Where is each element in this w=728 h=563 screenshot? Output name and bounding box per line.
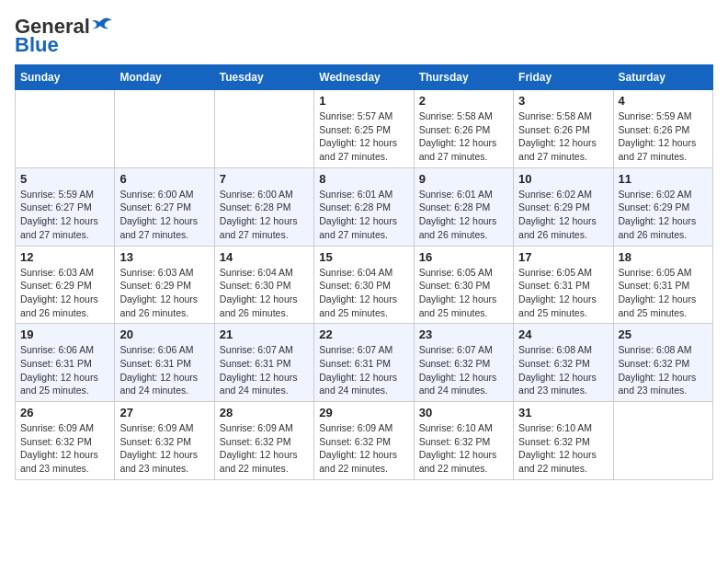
day-info: Sunrise: 5:59 AM Sunset: 6:27 PM Dayligh… [20, 188, 109, 242]
calendar-cell: 26Sunrise: 6:09 AM Sunset: 6:32 PM Dayli… [16, 402, 115, 480]
day-number: 10 [518, 172, 608, 186]
day-number: 5 [20, 172, 109, 186]
calendar-cell: 21Sunrise: 6:07 AM Sunset: 6:31 PM Dayli… [214, 324, 313, 402]
day-number: 12 [20, 250, 109, 264]
page-header: General Blue [15, 15, 713, 57]
calendar-cell: 16Sunrise: 6:05 AM Sunset: 6:30 PM Dayli… [414, 246, 513, 324]
day-number: 29 [319, 406, 408, 419]
day-number: 17 [518, 250, 608, 264]
week-row-4: 19Sunrise: 6:06 AM Sunset: 6:31 PM Dayli… [16, 324, 713, 402]
day-info: Sunrise: 5:57 AM Sunset: 6:25 PM Dayligh… [319, 109, 408, 164]
day-number: 18 [619, 250, 708, 264]
calendar-cell: 19Sunrise: 6:06 AM Sunset: 6:31 PM Dayli… [16, 324, 115, 402]
calendar-body: 1Sunrise: 5:57 AM Sunset: 6:25 PM Daylig… [16, 90, 713, 480]
day-info: Sunrise: 6:02 AM Sunset: 6:29 PM Dayligh… [619, 188, 708, 242]
calendar-cell: 27Sunrise: 6:09 AM Sunset: 6:32 PM Dayli… [115, 402, 214, 480]
day-info: Sunrise: 6:07 AM Sunset: 6:32 PM Dayligh… [419, 343, 508, 397]
day-number: 15 [319, 250, 408, 264]
day-info: Sunrise: 6:09 AM Sunset: 6:32 PM Dayligh… [220, 421, 309, 476]
day-info: Sunrise: 6:02 AM Sunset: 6:29 PM Dayligh… [518, 188, 608, 242]
day-number: 4 [619, 94, 708, 108]
day-info: Sunrise: 6:03 AM Sunset: 6:29 PM Dayligh… [20, 266, 109, 320]
day-info: Sunrise: 6:07 AM Sunset: 6:31 PM Dayligh… [220, 343, 309, 397]
calendar-cell: 30Sunrise: 6:10 AM Sunset: 6:32 PM Dayli… [414, 402, 513, 480]
day-info: Sunrise: 6:05 AM Sunset: 6:31 PM Dayligh… [518, 266, 608, 320]
day-info: Sunrise: 6:05 AM Sunset: 6:30 PM Dayligh… [419, 266, 508, 320]
day-number: 23 [419, 327, 508, 341]
calendar-cell [16, 90, 115, 168]
day-number: 11 [619, 172, 708, 186]
weekday-header-friday: Friday [514, 65, 613, 90]
weekday-header-tuesday: Tuesday [214, 65, 313, 90]
day-info: Sunrise: 6:08 AM Sunset: 6:32 PM Dayligh… [518, 343, 608, 397]
calendar-cell: 23Sunrise: 6:07 AM Sunset: 6:32 PM Dayli… [414, 324, 513, 402]
day-number: 28 [220, 406, 309, 419]
calendar-cell: 10Sunrise: 6:02 AM Sunset: 6:29 PM Dayli… [514, 167, 613, 246]
weekday-header-thursday: Thursday [414, 65, 513, 90]
calendar-cell: 11Sunrise: 6:02 AM Sunset: 6:29 PM Dayli… [613, 167, 712, 246]
day-info: Sunrise: 6:04 AM Sunset: 6:30 PM Dayligh… [319, 266, 408, 320]
day-number: 14 [220, 250, 309, 264]
week-row-1: 1Sunrise: 5:57 AM Sunset: 6:25 PM Daylig… [16, 90, 713, 168]
day-info: Sunrise: 6:00 AM Sunset: 6:28 PM Dayligh… [220, 188, 309, 242]
logo-bird-icon [92, 17, 112, 33]
day-number: 25 [619, 327, 708, 341]
calendar-cell: 20Sunrise: 6:06 AM Sunset: 6:31 PM Dayli… [115, 324, 214, 402]
calendar-cell: 28Sunrise: 6:09 AM Sunset: 6:32 PM Dayli… [214, 402, 313, 480]
weekday-header-monday: Monday [115, 65, 214, 90]
calendar-cell: 5Sunrise: 5:59 AM Sunset: 6:27 PM Daylig… [16, 167, 115, 246]
calendar-cell: 14Sunrise: 6:04 AM Sunset: 6:30 PM Dayli… [214, 246, 313, 324]
day-info: Sunrise: 6:06 AM Sunset: 6:31 PM Dayligh… [20, 343, 109, 397]
weekday-header-row: SundayMondayTuesdayWednesdayThursdayFrid… [16, 65, 713, 90]
day-info: Sunrise: 6:01 AM Sunset: 6:28 PM Dayligh… [419, 188, 508, 242]
calendar-cell: 17Sunrise: 6:05 AM Sunset: 6:31 PM Dayli… [514, 246, 613, 324]
day-info: Sunrise: 6:10 AM Sunset: 6:32 PM Dayligh… [419, 421, 508, 476]
day-info: Sunrise: 6:06 AM Sunset: 6:31 PM Dayligh… [119, 343, 209, 397]
calendar-cell: 8Sunrise: 6:01 AM Sunset: 6:28 PM Daylig… [314, 167, 414, 246]
calendar-cell: 24Sunrise: 6:08 AM Sunset: 6:32 PM Dayli… [514, 324, 613, 402]
calendar-cell: 22Sunrise: 6:07 AM Sunset: 6:31 PM Dayli… [314, 324, 414, 402]
weekday-header-sunday: Sunday [16, 65, 115, 90]
week-row-5: 26Sunrise: 6:09 AM Sunset: 6:32 PM Dayli… [16, 402, 713, 480]
day-info: Sunrise: 5:59 AM Sunset: 6:26 PM Dayligh… [619, 109, 708, 164]
day-number: 21 [220, 327, 309, 341]
week-row-2: 5Sunrise: 5:59 AM Sunset: 6:27 PM Daylig… [16, 167, 713, 246]
weekday-header-saturday: Saturday [613, 65, 712, 90]
calendar-cell [613, 402, 712, 480]
calendar-cell: 29Sunrise: 6:09 AM Sunset: 6:32 PM Dayli… [314, 402, 414, 480]
calendar-cell: 12Sunrise: 6:03 AM Sunset: 6:29 PM Dayli… [16, 246, 115, 324]
calendar-cell: 4Sunrise: 5:59 AM Sunset: 6:26 PM Daylig… [613, 90, 712, 168]
calendar-cell: 7Sunrise: 6:00 AM Sunset: 6:28 PM Daylig… [214, 167, 313, 246]
day-number: 30 [419, 406, 508, 419]
day-info: Sunrise: 6:10 AM Sunset: 6:32 PM Dayligh… [518, 421, 608, 476]
day-info: Sunrise: 6:08 AM Sunset: 6:32 PM Dayligh… [619, 343, 708, 397]
day-number: 6 [119, 172, 209, 186]
day-info: Sunrise: 6:01 AM Sunset: 6:28 PM Dayligh… [319, 188, 408, 242]
day-number: 19 [20, 327, 109, 341]
calendar-cell [214, 90, 313, 168]
day-number: 8 [319, 172, 408, 186]
day-number: 22 [319, 327, 408, 341]
day-info: Sunrise: 6:07 AM Sunset: 6:31 PM Dayligh… [319, 343, 408, 397]
day-info: Sunrise: 6:03 AM Sunset: 6:29 PM Dayligh… [119, 266, 209, 320]
day-number: 13 [119, 250, 209, 264]
day-number: 27 [119, 406, 209, 419]
week-row-3: 12Sunrise: 6:03 AM Sunset: 6:29 PM Dayli… [16, 246, 713, 324]
calendar-cell: 6Sunrise: 6:00 AM Sunset: 6:27 PM Daylig… [115, 167, 214, 246]
day-number: 20 [119, 327, 209, 341]
day-number: 31 [518, 406, 608, 419]
day-number: 16 [419, 250, 508, 264]
day-number: 3 [518, 94, 608, 108]
day-number: 2 [419, 94, 508, 108]
weekday-header-wednesday: Wednesday [314, 65, 414, 90]
calendar-cell: 2Sunrise: 5:58 AM Sunset: 6:26 PM Daylig… [414, 90, 513, 168]
calendar-table: SundayMondayTuesdayWednesdayThursdayFrid… [15, 64, 713, 480]
calendar-cell: 1Sunrise: 5:57 AM Sunset: 6:25 PM Daylig… [314, 90, 414, 168]
day-number: 7 [220, 172, 309, 186]
logo-blue-text: Blue [15, 33, 59, 57]
day-number: 9 [419, 172, 508, 186]
day-number: 24 [518, 327, 608, 341]
calendar-cell: 25Sunrise: 6:08 AM Sunset: 6:32 PM Dayli… [613, 324, 712, 402]
day-info: Sunrise: 6:04 AM Sunset: 6:30 PM Dayligh… [220, 266, 309, 320]
day-number: 1 [319, 94, 408, 108]
